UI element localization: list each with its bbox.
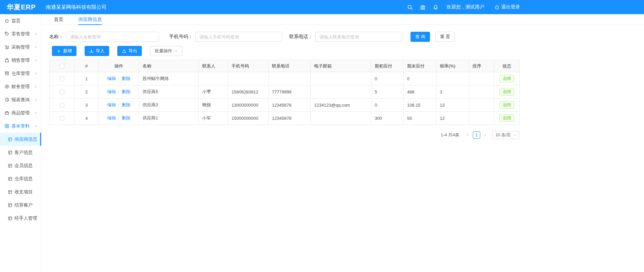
- toolbar: 新增 导入 导出 批量操作: [52, 46, 519, 56]
- query-button[interactable]: 查 询: [410, 32, 430, 42]
- reset-button[interactable]: 重 置: [435, 32, 455, 42]
- row-checkbox[interactable]: [60, 103, 64, 108]
- import-button-label: 导入: [96, 48, 104, 54]
- edit-link[interactable]: 编辑: [107, 115, 116, 120]
- sidebar-item-warehouse-info[interactable]: 仓库信息: [0, 172, 41, 185]
- status-badge[interactable]: 启用: [499, 88, 514, 96]
- logout-label: 退出登录: [501, 4, 520, 10]
- table-icon: [8, 150, 12, 155]
- delete-link[interactable]: 删除: [122, 102, 130, 107]
- sidebar-item-supplier-info[interactable]: 供应商信息: [0, 133, 41, 146]
- phone-filter-input[interactable]: [195, 32, 282, 42]
- edit-link[interactable]: 编辑: [107, 89, 116, 94]
- table-icon: [8, 176, 12, 181]
- sidebar-item-label: 会员信息: [14, 163, 33, 169]
- cell-contact: 晓丽: [199, 99, 228, 112]
- box-icon: [4, 110, 9, 115]
- batch-operations-button[interactable]: 批量操作: [150, 46, 182, 56]
- cell-email: [311, 112, 371, 125]
- col-header-closing-payable: 期末应付: [404, 60, 436, 72]
- cell-closing-payable: 55: [404, 112, 436, 125]
- platform-bank-icon[interactable]: [419, 3, 426, 11]
- bell-icon[interactable]: [432, 3, 439, 11]
- sidebar-item-retail[interactable]: 零售管理: [0, 27, 41, 40]
- top-header: 华夏ERP 南通某某网络科技有限公司 欢迎您，测试用户 退出登录: [0, 0, 644, 14]
- bag-icon: [4, 58, 9, 63]
- import-button[interactable]: 导入: [85, 46, 109, 56]
- page-tabbar: 首页 供应商信息: [42, 14, 644, 25]
- search-icon[interactable]: [406, 3, 413, 11]
- name-filter-input[interactable]: [66, 32, 159, 42]
- cell-action: 编辑删除: [99, 85, 139, 99]
- delete-link[interactable]: 删除: [122, 76, 130, 81]
- cell-contact: [199, 72, 228, 85]
- sidebar-item-label: 结算账户: [14, 202, 33, 208]
- sidebar-item-member-info[interactable]: 会员信息: [0, 159, 41, 172]
- cell-phone: 15000000000: [228, 112, 269, 125]
- chevron-down-icon: [174, 49, 178, 53]
- sidebar-item-sales[interactable]: 销售管理: [0, 54, 41, 67]
- table-row: 4 编辑删除 供应商1 小军 15000000000 12345678 300 …: [50, 112, 520, 125]
- cell-opening-payable: 5: [371, 85, 404, 99]
- sidebar-item-warehouse[interactable]: 仓库管理: [0, 67, 41, 80]
- sidebar-item-basic-data[interactable]: 基本资料: [0, 119, 41, 133]
- cell-status: 启用: [494, 85, 520, 99]
- status-badge[interactable]: 启用: [499, 101, 514, 109]
- cell-status: 启用: [494, 72, 520, 85]
- select-all-checkbox[interactable]: [60, 64, 64, 69]
- cell-opening-payable: 300: [371, 112, 404, 125]
- sidebar-item-income-expense[interactable]: 收支项目: [0, 185, 41, 198]
- sidebar-item-customer-info[interactable]: 客户信息: [0, 146, 41, 159]
- prev-page-button[interactable]: [464, 131, 471, 139]
- page-size-select[interactable]: 10 条/页: [492, 131, 519, 139]
- sidebar-item-finance[interactable]: 财务管理: [0, 80, 41, 93]
- current-page[interactable]: 1: [473, 131, 480, 139]
- cell-telephone: [269, 72, 311, 85]
- cell-telephone: 12345678: [269, 112, 311, 125]
- cell-phone: 13000000000: [228, 99, 269, 112]
- tab-home[interactable]: 首页: [54, 14, 63, 25]
- logout-button[interactable]: 退出登录: [494, 4, 520, 10]
- cell-select: [50, 85, 74, 99]
- cell-sort: [469, 72, 494, 85]
- row-checkbox[interactable]: [60, 116, 64, 121]
- col-header-telephone: 联系电话: [269, 60, 311, 72]
- col-header-tax-rate: 税率(%): [436, 60, 469, 72]
- sidebar-item-home[interactable]: 首页: [0, 14, 41, 27]
- telephone-filter-input[interactable]: [315, 32, 402, 42]
- row-checkbox[interactable]: [60, 77, 64, 81]
- header-actions: 欢迎您，测试用户 退出登录: [401, 0, 520, 14]
- add-button[interactable]: 新增: [52, 46, 76, 56]
- main-area: 首页 供应商信息 名称： 手机号码： 联系电话： 查 询 重 置 新增 导入: [42, 14, 644, 272]
- sidebar-item-handler-management[interactable]: 经手人管理: [0, 212, 41, 225]
- row-checkbox[interactable]: [60, 90, 64, 94]
- sidebar-item-settlement-account[interactable]: 结算账户: [0, 198, 41, 212]
- chevron-down-icon: [34, 72, 37, 75]
- cell-telephone: 12345678: [269, 99, 311, 112]
- money-icon: [4, 84, 9, 89]
- cell-telephone: 77779999: [269, 85, 311, 99]
- edit-link[interactable]: 编辑: [107, 102, 116, 107]
- page-size-label: 10 条/页: [495, 132, 511, 138]
- sidebar-item-goods[interactable]: 商品管理: [0, 106, 41, 119]
- cell-index: 4: [74, 112, 99, 125]
- cell-email: [311, 72, 371, 85]
- col-header-contact: 联系人: [199, 60, 228, 72]
- next-page-button[interactable]: [482, 131, 489, 139]
- sidebar-item-label: 采购管理: [11, 44, 30, 50]
- col-header-email: 电子邮箱: [311, 60, 371, 72]
- tab-supplier-info[interactable]: 供应商信息: [78, 14, 102, 25]
- export-button[interactable]: 导出: [117, 46, 142, 56]
- sidebar-item-purchase[interactable]: 采购管理: [0, 40, 41, 54]
- status-badge[interactable]: 启用: [499, 75, 514, 82]
- edit-link[interactable]: 编辑: [107, 76, 116, 81]
- sidebar-item-reports[interactable]: 报表查询: [0, 93, 41, 106]
- status-badge[interactable]: 启用: [499, 114, 514, 122]
- delete-link[interactable]: 删除: [122, 115, 130, 120]
- add-button-label: 新增: [63, 48, 72, 54]
- home-icon: [4, 18, 9, 23]
- sidebar-item-label: 仓库信息: [14, 176, 33, 182]
- export-icon: [122, 49, 126, 53]
- delete-link[interactable]: 删除: [122, 89, 130, 94]
- batch-button-label: 批量操作: [155, 48, 172, 54]
